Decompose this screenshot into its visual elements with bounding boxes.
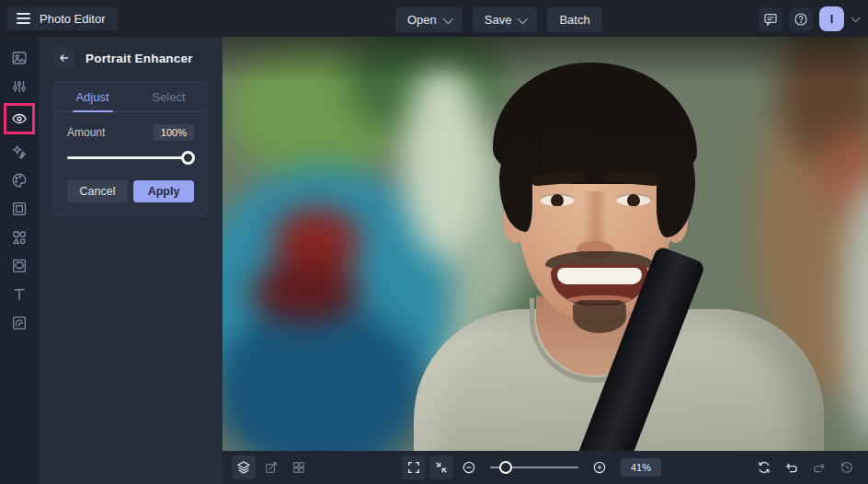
compare-refresh-icon [757, 460, 771, 475]
pages-grid-icon [291, 460, 306, 475]
topbar-actions: Open Save Batch [395, 7, 602, 32]
zoom-in-icon [592, 460, 607, 475]
sidebar-item-artsy[interactable] [6, 167, 32, 192]
eye-icon [11, 110, 28, 127]
bottombar-right [752, 455, 859, 479]
frame-icon [11, 201, 28, 217]
text-icon [11, 286, 28, 303]
chevron-down-icon [518, 13, 528, 23]
hamburger-icon [17, 13, 30, 24]
sidebar-item-edit[interactable] [6, 45, 32, 70]
palette-icon [11, 172, 28, 189]
canvas-photo[interactable] [223, 37, 868, 451]
amount-value: 100% [154, 124, 194, 141]
sidebar-item-frames[interactable] [6, 196, 32, 221]
shapes-icon [11, 229, 28, 246]
app-title: Photo Editor [40, 12, 106, 26]
user-avatar[interactable]: I [819, 6, 844, 31]
layers-icon [236, 460, 251, 475]
redo-icon [812, 460, 827, 475]
sidebar-item-touch-up[interactable] [6, 107, 32, 132]
sidebar-item-graphics[interactable] [6, 225, 32, 249]
layers-button[interactable] [232, 455, 256, 479]
topbar-right: I [759, 6, 859, 31]
topbar: Photo Editor Open Save Batch I [0, 0, 868, 37]
tool-rail [0, 37, 39, 484]
sidebar-item-adjust[interactable] [6, 74, 32, 98]
redo-button[interactable] [807, 455, 831, 479]
adjust-card: Adjust Select Amount 100% Cancel Apply [53, 81, 208, 216]
account-chevron-down-icon[interactable] [851, 13, 861, 22]
tab-adjust[interactable]: Adjust [54, 82, 131, 111]
tool-panel: Portrait Enhancer Adjust Select Amount 1… [39, 37, 223, 484]
fit-screen-icon [434, 460, 449, 475]
amount-slider-track [67, 156, 194, 159]
sparkles-icon [11, 144, 28, 160]
bottombar-center: 41% [402, 455, 661, 479]
amount-slider-handle[interactable] [181, 151, 195, 165]
adjust-tab-content: Amount 100% Cancel Apply [54, 112, 207, 215]
transform-button[interactable] [259, 455, 283, 479]
fullscreen-button[interactable] [402, 455, 426, 479]
overlay-frame-icon [11, 258, 28, 274]
panel-tabs: Adjust Select [54, 82, 207, 112]
texture-icon [11, 315, 28, 331]
fullscreen-icon [406, 460, 421, 475]
photo-editor-app: Photo Editor Open Save Batch I [0, 0, 868, 484]
history-icon [839, 460, 854, 475]
sliders-icon [11, 78, 28, 95]
feedback-button[interactable] [759, 7, 782, 31]
zoom-slider[interactable] [490, 461, 578, 474]
pages-button[interactable] [287, 455, 311, 479]
zoom-level-value[interactable]: 41% [621, 458, 661, 477]
open-button[interactable]: Open [395, 7, 463, 32]
canvas-area: 41% [223, 37, 868, 484]
amount-slider[interactable] [67, 151, 194, 165]
zoom-out-icon [462, 460, 476, 475]
chat-bubble-icon [763, 12, 778, 27]
transform-icon [264, 460, 279, 475]
panel-header: Portrait Enhancer [39, 37, 223, 77]
undo-icon [784, 460, 799, 475]
sidebar-item-textures[interactable] [6, 310, 32, 335]
fit-screen-button[interactable] [429, 455, 453, 479]
chevron-down-icon [443, 13, 453, 23]
image-icon [11, 50, 28, 66]
zoom-out-button[interactable] [457, 455, 481, 479]
apply-button[interactable]: Apply [133, 180, 194, 202]
cancel-button[interactable]: Cancel [67, 180, 128, 202]
zoom-slider-handle[interactable] [499, 461, 512, 474]
help-button[interactable] [789, 7, 813, 31]
batch-button[interactable]: Batch [547, 7, 601, 32]
history-button[interactable] [835, 455, 859, 479]
main-menu-button[interactable]: Photo Editor [7, 7, 118, 30]
question-circle-icon [794, 12, 808, 27]
undo-button[interactable] [780, 455, 804, 479]
back-button[interactable] [53, 47, 75, 69]
sidebar-item-overlays[interactable] [6, 253, 32, 278]
bottombar-left [232, 455, 311, 479]
amount-label: Amount [67, 126, 105, 139]
tab-select[interactable]: Select [131, 82, 207, 111]
compare-button[interactable] [752, 455, 776, 479]
arrow-left-icon [58, 52, 71, 64]
canvas-bottombar: 41% [223, 451, 868, 484]
sidebar-item-text[interactable] [6, 282, 32, 306]
selection-highlight [4, 103, 35, 134]
save-button[interactable]: Save [473, 7, 538, 32]
sidebar-item-effects[interactable] [6, 139, 32, 164]
panel-title: Portrait Enhancer [86, 52, 193, 65]
zoom-in-button[interactable] [588, 455, 611, 479]
